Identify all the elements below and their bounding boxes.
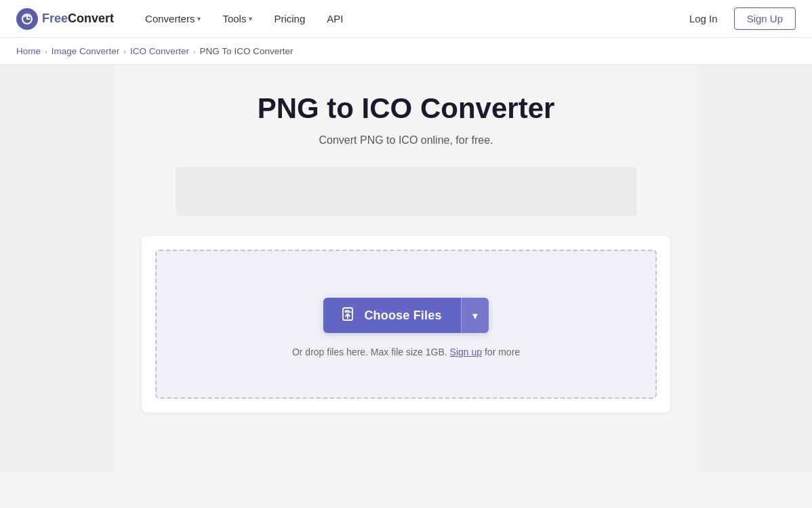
page-subtitle: Convert PNG to ICO online, for free. [319,134,493,146]
logo-text: FreeConvert [42,12,114,26]
nav-tools[interactable]: Tools ▾ [213,7,262,30]
breadcrumb-current: PNG To ICO Converter [200,46,293,56]
nav-api[interactable]: API [317,7,352,30]
nav-actions: Log In Sign Up [681,7,796,30]
right-sidebar [697,65,812,472]
left-sidebar [0,65,115,472]
page-title: PNG to ICO Converter [258,92,555,125]
ad-banner [176,167,636,216]
breadcrumb-ico-converter[interactable]: ICO Converter [130,46,189,56]
nav-links: Converters ▾ Tools ▾ Pricing API [136,7,681,30]
breadcrumb-sep-3: › [193,47,196,56]
choose-files-dropdown-button[interactable]: ▾ [461,298,489,333]
file-upload-icon [342,307,357,324]
choose-files-row: Choose Files ▾ [323,298,488,333]
nav-converters[interactable]: Converters ▾ [136,7,210,30]
breadcrumb-sep-1: › [45,47,47,56]
signup-link[interactable]: Sign up [450,347,482,357]
drop-hint: Or drop files here. Max file size 1GB. S… [292,347,520,357]
nav-pricing[interactable]: Pricing [264,7,314,30]
signup-button[interactable]: Sign Up [734,7,796,30]
breadcrumb-home[interactable]: Home [16,46,41,56]
upload-card: Choose Files ▾ Or drop files here. Max f… [142,236,670,412]
chevron-down-icon: ▾ [472,309,478,322]
breadcrumb-sep-2: › [123,47,126,56]
logo-icon [16,8,38,30]
logo[interactable]: FreeConvert [16,8,114,30]
login-button[interactable]: Log In [681,7,726,30]
navbar: FreeConvert Converters ▾ Tools ▾ Pricing… [0,0,812,38]
dropzone[interactable]: Choose Files ▾ Or drop files here. Max f… [155,250,657,399]
breadcrumb: Home › Image Converter › ICO Converter ›… [0,38,812,65]
breadcrumb-image-converter[interactable]: Image Converter [52,46,120,56]
chevron-down-icon: ▾ [197,15,201,22]
choose-files-button[interactable]: Choose Files [323,298,460,333]
chevron-down-icon: ▾ [249,15,252,22]
content-area: PNG to ICO Converter Convert PNG to ICO … [115,65,697,472]
page-layout: PNG to ICO Converter Convert PNG to ICO … [0,65,812,472]
